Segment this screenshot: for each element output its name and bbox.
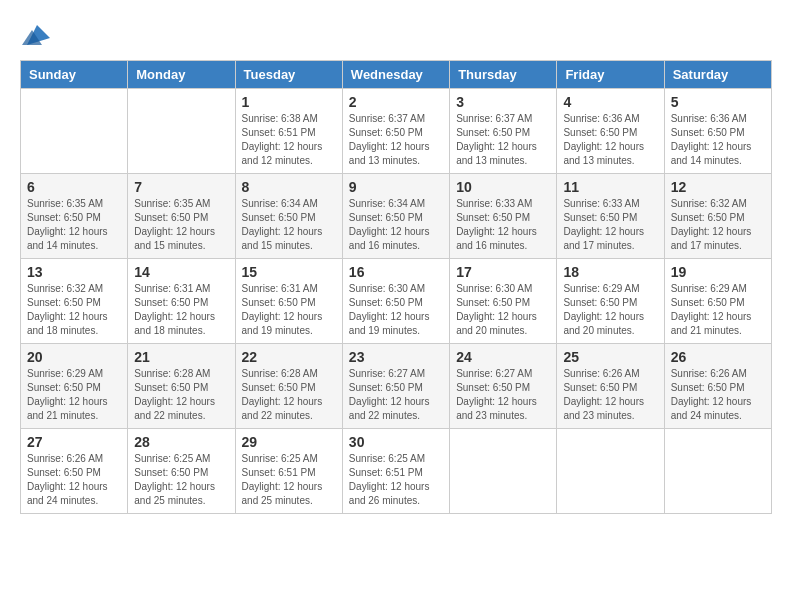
day-info: Sunrise: 6:25 AMSunset: 6:51 PMDaylight:… — [349, 452, 443, 508]
day-number: 10 — [456, 179, 550, 195]
calendar-cell: 28Sunrise: 6:25 AMSunset: 6:50 PMDayligh… — [128, 429, 235, 514]
day-number: 13 — [27, 264, 121, 280]
calendar-cell: 13Sunrise: 6:32 AMSunset: 6:50 PMDayligh… — [21, 259, 128, 344]
calendar-header: SundayMondayTuesdayWednesdayThursdayFrid… — [21, 61, 772, 89]
page-header — [20, 20, 772, 50]
calendar-week-row: 27Sunrise: 6:26 AMSunset: 6:50 PMDayligh… — [21, 429, 772, 514]
header-day: Sunday — [21, 61, 128, 89]
day-number: 4 — [563, 94, 657, 110]
calendar-cell — [450, 429, 557, 514]
day-info: Sunrise: 6:28 AMSunset: 6:50 PMDaylight:… — [242, 367, 336, 423]
day-number: 30 — [349, 434, 443, 450]
day-info: Sunrise: 6:35 AMSunset: 6:50 PMDaylight:… — [27, 197, 121, 253]
calendar-week-row: 20Sunrise: 6:29 AMSunset: 6:50 PMDayligh… — [21, 344, 772, 429]
calendar-cell: 19Sunrise: 6:29 AMSunset: 6:50 PMDayligh… — [664, 259, 771, 344]
calendar-cell: 8Sunrise: 6:34 AMSunset: 6:50 PMDaylight… — [235, 174, 342, 259]
day-info: Sunrise: 6:35 AMSunset: 6:50 PMDaylight:… — [134, 197, 228, 253]
day-number: 28 — [134, 434, 228, 450]
day-number: 15 — [242, 264, 336, 280]
calendar-cell: 2Sunrise: 6:37 AMSunset: 6:50 PMDaylight… — [342, 89, 449, 174]
day-number: 6 — [27, 179, 121, 195]
day-info: Sunrise: 6:25 AMSunset: 6:50 PMDaylight:… — [134, 452, 228, 508]
calendar-cell: 24Sunrise: 6:27 AMSunset: 6:50 PMDayligh… — [450, 344, 557, 429]
day-number: 5 — [671, 94, 765, 110]
day-info: Sunrise: 6:38 AMSunset: 6:51 PMDaylight:… — [242, 112, 336, 168]
day-number: 29 — [242, 434, 336, 450]
calendar-cell: 14Sunrise: 6:31 AMSunset: 6:50 PMDayligh… — [128, 259, 235, 344]
day-number: 17 — [456, 264, 550, 280]
day-number: 21 — [134, 349, 228, 365]
calendar-cell: 6Sunrise: 6:35 AMSunset: 6:50 PMDaylight… — [21, 174, 128, 259]
calendar-cell: 22Sunrise: 6:28 AMSunset: 6:50 PMDayligh… — [235, 344, 342, 429]
header-day: Thursday — [450, 61, 557, 89]
day-info: Sunrise: 6:36 AMSunset: 6:50 PMDaylight:… — [671, 112, 765, 168]
header-day: Friday — [557, 61, 664, 89]
day-number: 27 — [27, 434, 121, 450]
calendar-cell — [21, 89, 128, 174]
calendar-cell: 26Sunrise: 6:26 AMSunset: 6:50 PMDayligh… — [664, 344, 771, 429]
day-info: Sunrise: 6:30 AMSunset: 6:50 PMDaylight:… — [349, 282, 443, 338]
day-number: 19 — [671, 264, 765, 280]
day-number: 24 — [456, 349, 550, 365]
calendar-body: 1Sunrise: 6:38 AMSunset: 6:51 PMDaylight… — [21, 89, 772, 514]
calendar-week-row: 13Sunrise: 6:32 AMSunset: 6:50 PMDayligh… — [21, 259, 772, 344]
day-info: Sunrise: 6:27 AMSunset: 6:50 PMDaylight:… — [349, 367, 443, 423]
calendar-cell: 20Sunrise: 6:29 AMSunset: 6:50 PMDayligh… — [21, 344, 128, 429]
logo-icon — [22, 20, 52, 50]
calendar-cell — [557, 429, 664, 514]
day-info: Sunrise: 6:31 AMSunset: 6:50 PMDaylight:… — [134, 282, 228, 338]
day-number: 2 — [349, 94, 443, 110]
calendar-table: SundayMondayTuesdayWednesdayThursdayFrid… — [20, 60, 772, 514]
day-number: 3 — [456, 94, 550, 110]
day-info: Sunrise: 6:33 AMSunset: 6:50 PMDaylight:… — [456, 197, 550, 253]
header-day: Monday — [128, 61, 235, 89]
day-number: 12 — [671, 179, 765, 195]
day-info: Sunrise: 6:29 AMSunset: 6:50 PMDaylight:… — [27, 367, 121, 423]
calendar-week-row: 6Sunrise: 6:35 AMSunset: 6:50 PMDaylight… — [21, 174, 772, 259]
calendar-cell: 29Sunrise: 6:25 AMSunset: 6:51 PMDayligh… — [235, 429, 342, 514]
calendar-cell: 9Sunrise: 6:34 AMSunset: 6:50 PMDaylight… — [342, 174, 449, 259]
day-number: 20 — [27, 349, 121, 365]
day-number: 22 — [242, 349, 336, 365]
header-row: SundayMondayTuesdayWednesdayThursdayFrid… — [21, 61, 772, 89]
calendar-cell: 18Sunrise: 6:29 AMSunset: 6:50 PMDayligh… — [557, 259, 664, 344]
day-number: 25 — [563, 349, 657, 365]
calendar-cell: 5Sunrise: 6:36 AMSunset: 6:50 PMDaylight… — [664, 89, 771, 174]
day-number: 7 — [134, 179, 228, 195]
day-info: Sunrise: 6:29 AMSunset: 6:50 PMDaylight:… — [671, 282, 765, 338]
calendar-cell: 1Sunrise: 6:38 AMSunset: 6:51 PMDaylight… — [235, 89, 342, 174]
day-info: Sunrise: 6:33 AMSunset: 6:50 PMDaylight:… — [563, 197, 657, 253]
calendar-cell: 7Sunrise: 6:35 AMSunset: 6:50 PMDaylight… — [128, 174, 235, 259]
calendar-cell: 25Sunrise: 6:26 AMSunset: 6:50 PMDayligh… — [557, 344, 664, 429]
day-info: Sunrise: 6:31 AMSunset: 6:50 PMDaylight:… — [242, 282, 336, 338]
calendar-cell: 30Sunrise: 6:25 AMSunset: 6:51 PMDayligh… — [342, 429, 449, 514]
calendar-cell: 21Sunrise: 6:28 AMSunset: 6:50 PMDayligh… — [128, 344, 235, 429]
day-info: Sunrise: 6:36 AMSunset: 6:50 PMDaylight:… — [563, 112, 657, 168]
day-info: Sunrise: 6:37 AMSunset: 6:50 PMDaylight:… — [456, 112, 550, 168]
calendar-cell — [664, 429, 771, 514]
day-number: 11 — [563, 179, 657, 195]
day-number: 9 — [349, 179, 443, 195]
calendar-cell: 23Sunrise: 6:27 AMSunset: 6:50 PMDayligh… — [342, 344, 449, 429]
day-info: Sunrise: 6:26 AMSunset: 6:50 PMDaylight:… — [671, 367, 765, 423]
calendar-cell: 3Sunrise: 6:37 AMSunset: 6:50 PMDaylight… — [450, 89, 557, 174]
calendar-cell: 4Sunrise: 6:36 AMSunset: 6:50 PMDaylight… — [557, 89, 664, 174]
calendar-week-row: 1Sunrise: 6:38 AMSunset: 6:51 PMDaylight… — [21, 89, 772, 174]
calendar-cell: 10Sunrise: 6:33 AMSunset: 6:50 PMDayligh… — [450, 174, 557, 259]
day-info: Sunrise: 6:26 AMSunset: 6:50 PMDaylight:… — [563, 367, 657, 423]
calendar-cell: 27Sunrise: 6:26 AMSunset: 6:50 PMDayligh… — [21, 429, 128, 514]
calendar-cell: 16Sunrise: 6:30 AMSunset: 6:50 PMDayligh… — [342, 259, 449, 344]
day-number: 18 — [563, 264, 657, 280]
day-number: 14 — [134, 264, 228, 280]
day-info: Sunrise: 6:28 AMSunset: 6:50 PMDaylight:… — [134, 367, 228, 423]
calendar-cell: 15Sunrise: 6:31 AMSunset: 6:50 PMDayligh… — [235, 259, 342, 344]
day-info: Sunrise: 6:26 AMSunset: 6:50 PMDaylight:… — [27, 452, 121, 508]
day-info: Sunrise: 6:30 AMSunset: 6:50 PMDaylight:… — [456, 282, 550, 338]
header-day: Saturday — [664, 61, 771, 89]
day-info: Sunrise: 6:34 AMSunset: 6:50 PMDaylight:… — [242, 197, 336, 253]
day-number: 1 — [242, 94, 336, 110]
day-info: Sunrise: 6:27 AMSunset: 6:50 PMDaylight:… — [456, 367, 550, 423]
header-day: Wednesday — [342, 61, 449, 89]
day-info: Sunrise: 6:32 AMSunset: 6:50 PMDaylight:… — [671, 197, 765, 253]
day-info: Sunrise: 6:29 AMSunset: 6:50 PMDaylight:… — [563, 282, 657, 338]
